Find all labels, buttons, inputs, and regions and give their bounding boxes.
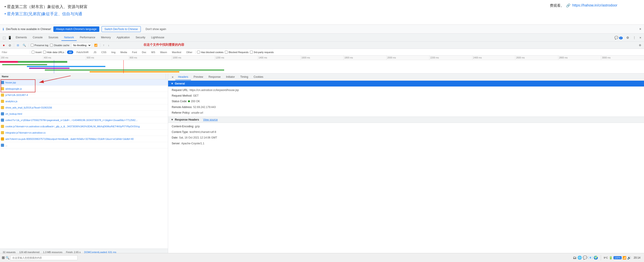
- tab-security[interactable]: Security: [133, 34, 148, 41]
- taskbar-start-button[interactable]: ⊞: [2, 256, 5, 260]
- preserve-log-input[interactable]: [31, 44, 34, 46]
- tick-3000: 3000 ms: [601, 56, 644, 60]
- taskbar-icon-3[interactable]: 💬: [583, 256, 587, 260]
- filter-btn-css[interactable]: CSS: [100, 50, 108, 54]
- tick-1000: 1000 ms: [172, 56, 215, 60]
- filter-button[interactable]: ⊟: [16, 43, 20, 47]
- file-icon: [1, 106, 4, 109]
- main-area: Name house.jsp adsbygoogle.js js?id=UA-1…: [0, 74, 644, 255]
- filter-btn-fetch[interactable]: Fetch/XHR: [75, 50, 90, 54]
- import-button[interactable]: ↑: [102, 43, 105, 47]
- notification-close-icon[interactable]: ×: [639, 27, 641, 31]
- preserve-log-checkbox[interactable]: Preserve log: [31, 44, 48, 46]
- export-button[interactable]: ↓: [107, 43, 110, 47]
- timeline-bar-green: [18, 61, 67, 63]
- view-source-link[interactable]: View source: [203, 118, 218, 121]
- has-blocked-cookies-input[interactable]: [197, 51, 200, 54]
- more-options-icon[interactable]: ⋮: [632, 35, 637, 40]
- tab-preview[interactable]: Preview: [191, 74, 206, 80]
- device-mode-icon[interactable]: 📱: [7, 35, 12, 40]
- tab-response[interactable]: Response: [206, 74, 223, 80]
- filter-btn-js[interactable]: JS: [92, 50, 98, 54]
- disable-cache-checkbox[interactable]: Disable cache: [50, 44, 69, 46]
- general-section-header[interactable]: ▼ General: [168, 81, 644, 86]
- tab-performance[interactable]: Performance: [77, 34, 98, 41]
- tab-elements[interactable]: Elements: [13, 34, 30, 41]
- filter-btn-font[interactable]: Font: [130, 50, 139, 54]
- search-button[interactable]: 🔍: [22, 43, 27, 47]
- clear-button[interactable]: ⊘: [8, 43, 12, 48]
- taskbar-icon-2[interactable]: 🌐: [578, 256, 582, 260]
- list-item[interactable]: analytics.js: [0, 98, 168, 104]
- list-item[interactable]: show_ads_impl_fy2019.js?bust=31063156: [0, 104, 168, 111]
- filter-btn-other[interactable]: Other: [184, 50, 194, 54]
- filter-input[interactable]: [2, 51, 29, 54]
- third-party-input[interactable]: [250, 51, 253, 54]
- tab-network[interactable]: Network: [62, 34, 77, 41]
- tab-timing[interactable]: Timing: [238, 74, 251, 80]
- filter-sep-1: [30, 50, 30, 54]
- tick-1800: 1800 ms: [344, 56, 386, 60]
- list-item[interactable]: adsbygoogle.js: [0, 86, 168, 92]
- network-settings-icon[interactable]: ⚙: [638, 43, 642, 47]
- hide-data-urls-input[interactable]: [43, 51, 46, 54]
- list-item[interactable]: integrator.js?domain=cn.astrodoor.cc: [0, 130, 168, 136]
- switch-to-chinese-button[interactable]: Switch DevTools to Chinese: [102, 26, 141, 32]
- filter-btn-ws[interactable]: WS: [150, 50, 157, 54]
- list-item[interactable]: ...: [0, 142, 168, 148]
- tab-application[interactable]: Application: [114, 34, 132, 41]
- filter-btn-all[interactable]: All: [67, 50, 73, 54]
- filter-btn-manifest[interactable]: Manifest: [170, 50, 183, 54]
- taskbar-icon-1[interactable]: 🗂: [573, 256, 576, 260]
- disable-cache-input[interactable]: [50, 44, 53, 46]
- taskbar-icon-5[interactable]: 🌍: [594, 256, 598, 260]
- requests-list[interactable]: house.jsp adsbygoogle.js js?id=UA-163148…: [0, 79, 168, 248]
- timeline-bar-pink: [0, 61, 18, 63]
- third-party-checkbox[interactable]: 3rd-party requests: [250, 51, 274, 54]
- list-item[interactable]: collect?v=1&_v=j93&a=2755627978t=pagevie…: [0, 117, 168, 123]
- blocked-requests-checkbox[interactable]: Blocked Requests: [225, 51, 248, 54]
- taskbar-search-button[interactable]: 🔍: [6, 256, 10, 260]
- throttling-select[interactable]: No throttling Fast 3G Slow 3G Offline: [71, 43, 92, 48]
- online-icon[interactable]: 📶: [93, 43, 98, 47]
- header-val: 52.69.242.179:443: [193, 105, 216, 109]
- match-language-button[interactable]: Always match Chrome's language: [53, 26, 99, 32]
- headers-panel-close-icon[interactable]: ×: [170, 74, 175, 80]
- invert-checkbox[interactable]: Invert: [32, 51, 42, 54]
- tab-headers[interactable]: Headers: [175, 74, 191, 80]
- dont-show-again-button[interactable]: Don't show again: [143, 26, 169, 32]
- list-item[interactable]: js?id=UA-1631487-4: [0, 92, 168, 98]
- tab-memory[interactable]: Memory: [98, 34, 114, 41]
- tab-cookies[interactable]: Cookies: [251, 74, 266, 80]
- devtools-close-icon[interactable]: ×: [638, 35, 642, 40]
- tab-initiator[interactable]: Initiator: [223, 74, 238, 80]
- has-blocked-cookies-checkbox[interactable]: Has blocked cookies: [197, 51, 224, 54]
- tab-sources[interactable]: Sources: [46, 34, 61, 41]
- tab-console[interactable]: Console: [30, 34, 45, 41]
- hide-data-urls-checkbox[interactable]: Hide data URLs: [43, 51, 64, 54]
- chat-badge-button[interactable]: 💬 2: [614, 35, 624, 40]
- filter-btn-doc[interactable]: Doc: [140, 50, 148, 54]
- filter-btn-media[interactable]: Media: [118, 50, 129, 54]
- list-item[interactable]: zrt_lookup.html: [0, 111, 168, 117]
- page-url-link[interactable]: https://hahow.in/cr/astrodoor: [572, 3, 617, 8]
- response-headers-section-header[interactable]: ▼ Response Headers View source: [168, 116, 644, 123]
- list-item[interactable]: house.jsp: [0, 79, 168, 86]
- taskbar-search-input[interactable]: [10, 255, 78, 260]
- record-button[interactable]: ●: [2, 43, 6, 48]
- list-item[interactable]: ads?client=ca-pub-9065033963757109&outpu…: [0, 136, 168, 142]
- tick-2400: 2400 ms: [472, 56, 515, 60]
- tab-lighthouse[interactable]: Lighthouse: [148, 34, 167, 41]
- file-icon: [1, 87, 4, 90]
- tick-1200: 1200 ms: [215, 56, 258, 60]
- filter-btn-wasm[interactable]: Wasm: [158, 50, 169, 54]
- settings-icon[interactable]: ⚙: [626, 35, 630, 40]
- taskbar-icon-4[interactable]: 📧: [588, 256, 593, 260]
- blocked-requests-input[interactable]: [225, 51, 228, 54]
- cursor-icon[interactable]: ⬚: [2, 35, 6, 40]
- request-name: integrator.js?domain=cn.astrodoor.cc: [6, 131, 167, 134]
- info-icon: ℹ: [3, 27, 4, 31]
- invert-input[interactable]: [32, 51, 34, 54]
- filter-btn-img[interactable]: Img: [110, 50, 117, 54]
- list-item[interactable]: cookie.js?domain=cn.astrodoor.cc&callbac…: [0, 123, 168, 130]
